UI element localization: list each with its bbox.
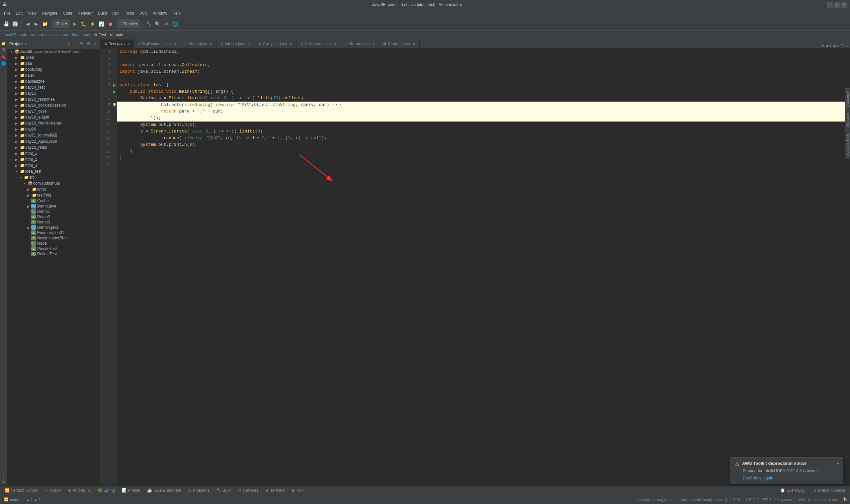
bookmarks-tool-icon[interactable]: 🔖 bbox=[1, 54, 7, 60]
run-button[interactable]: ▶ bbox=[71, 19, 79, 29]
tab-test-java[interactable]: ⚙ Test.java ✕ bbox=[100, 39, 134, 48]
tree-item-daolianzhe[interactable]: ▶ 📁 daolianzhe bbox=[7, 78, 100, 84]
tab-run[interactable]: ▶ Run bbox=[289, 486, 307, 495]
breadcrumb-com[interactable]: com bbox=[61, 33, 68, 37]
tree-item-daier[interactable]: ▶ 📁 daier bbox=[7, 72, 100, 78]
menu-view[interactable]: View bbox=[25, 9, 39, 17]
tree-item-demo4[interactable]: ▶ D Demo4.java bbox=[7, 225, 100, 230]
tree-item-demo-java[interactable]: ▶ D Demo.java bbox=[7, 203, 100, 209]
menu-code[interactable]: Code bbox=[60, 9, 75, 17]
database-tab[interactable]: Database bbox=[845, 88, 850, 110]
tree-item-aaa[interactable]: ▶ 📁 aaa bbox=[7, 60, 100, 67]
tree-item-day17[interactable]: ▶ 📁 day17_case bbox=[7, 108, 100, 114]
tree-item-html3[interactable]: ▶ 📁 html_3 bbox=[7, 162, 100, 168]
tree-root[interactable]: ▾ 📦 JavaSE_code [stream] E:\IdeaProject bbox=[7, 49, 100, 54]
toolbar-build-project[interactable]: 🔨 bbox=[144, 19, 153, 29]
menu-run[interactable]: Run bbox=[110, 9, 122, 17]
menu-window[interactable]: Window bbox=[150, 9, 170, 17]
notif-close-btn[interactable]: ▾ bbox=[837, 461, 839, 466]
tree-item-demo3[interactable]: ▶ C Demo3 bbox=[7, 219, 100, 225]
menu-file[interactable]: File bbox=[1, 9, 13, 17]
tab-student[interactable]: ⚙ Student.java ✕ bbox=[379, 39, 420, 48]
breadcrumb-idea_test[interactable]: idea_test bbox=[31, 33, 48, 37]
breadcrumb-src[interactable]: src bbox=[52, 33, 57, 37]
toolbar-forward[interactable]: ▶ bbox=[32, 19, 40, 29]
jrebel-dropdown[interactable]: JRebel ▾ bbox=[119, 20, 140, 28]
toolbar-translate[interactable]: 🌐 bbox=[171, 19, 179, 29]
tree-item-privatetest[interactable]: ▶ C PrivateTest bbox=[7, 246, 100, 251]
menu-help[interactable]: Help bbox=[170, 9, 183, 17]
tab-problems[interactable]: ⚠ Problems bbox=[185, 486, 213, 495]
expand-btn[interactable]: ☰ bbox=[79, 41, 85, 47]
tree-item-day18[interactable]: ▶ 📁 day18_el&jstl bbox=[7, 114, 100, 120]
code-content[interactable]: package com.liudashuai; import java.util… bbox=[117, 49, 850, 485]
tree-item-demo2[interactable]: ▶ C Demo2 bbox=[7, 214, 100, 219]
breadcrumb-liudashuai[interactable]: liudashuai bbox=[72, 33, 90, 37]
breadcrumb-main[interactable]: m main bbox=[110, 33, 123, 37]
tab-jrebel-console[interactable]: J JRebel Console bbox=[811, 486, 849, 495]
tab-services[interactable]: ⚙ Services bbox=[235, 486, 261, 495]
tree-item-day15r[interactable]: ▶ 📁 day15_response bbox=[7, 96, 100, 102]
tree-item-day15[interactable]: ▶ 📁 day15 bbox=[7, 90, 100, 96]
toolbar-sync[interactable]: 🔄 bbox=[11, 19, 19, 29]
tab-bigdecimal-close[interactable]: ✕ bbox=[173, 42, 176, 46]
run-class-icon[interactable]: ▶ bbox=[113, 83, 116, 87]
run-main-icon[interactable]: ▶ bbox=[113, 90, 116, 94]
tab-terminal[interactable]: 🖥 Terminal bbox=[261, 486, 289, 495]
tree-item-bootstrap[interactable]: ▶ 📁 bootStrap bbox=[7, 67, 100, 72]
status-problems[interactable]: ▲ 1 ▲ 2 bbox=[25, 498, 42, 502]
notif-link[interactable]: Don't show again bbox=[743, 476, 773, 481]
tab-arraylist-close[interactable]: ✕ bbox=[290, 42, 292, 46]
tree-item-html2[interactable]: ▶ 📁 html_2 bbox=[7, 156, 100, 162]
breadcrumb-javasecode[interactable]: JavaSE_code bbox=[3, 33, 27, 37]
run-config-dropdown[interactable]: Test ▾ bbox=[53, 20, 70, 28]
toolbar-back[interactable]: ◀ bbox=[23, 19, 32, 29]
sidebar-settings-btn[interactable]: ⚙ bbox=[85, 41, 91, 47]
tree-item-testthis[interactable]: ▶ 📁 testThis bbox=[7, 192, 100, 198]
tree-item-reflecttest[interactable]: ▶ C ReflectTest bbox=[7, 251, 100, 257]
minimize-button[interactable]: — bbox=[827, 2, 833, 7]
aws-side-icon[interactable]: ☁ bbox=[1, 478, 7, 484]
tab-student-close[interactable]: ✕ bbox=[413, 42, 415, 46]
warning-bulb-icon[interactable]: 💡 bbox=[112, 103, 117, 107]
menu-tools[interactable]: Tools bbox=[122, 9, 137, 17]
tab-todo[interactable]: ✓ TODO bbox=[41, 486, 64, 495]
tree-item-anno[interactable]: ▶ 📁 anno bbox=[7, 186, 100, 192]
maximize-button[interactable]: □ bbox=[834, 2, 840, 7]
close-button[interactable]: ✕ bbox=[842, 2, 847, 7]
structure-tab[interactable]: Structure bbox=[845, 110, 850, 130]
run-with-profiler[interactable]: 📊 bbox=[97, 19, 106, 29]
menu-edit[interactable]: Edit bbox=[13, 9, 25, 17]
structure-tool-icon[interactable]: 🏗 bbox=[1, 47, 7, 53]
project-tool-icon[interactable]: 📁 bbox=[1, 40, 7, 47]
menu-vcs[interactable]: VCS bbox=[137, 9, 150, 17]
tab-test-close[interactable]: ✕ bbox=[127, 42, 130, 46]
tab-version-control[interactable]: 🔀 Version Control bbox=[1, 486, 41, 495]
tab-java-enterprise[interactable]: ☕ Java Enterprise bbox=[144, 486, 184, 495]
tree-item-com-liu[interactable]: ▾ 📦 com.liudashuai bbox=[7, 180, 100, 186]
tree-item-day14[interactable]: ▶ 📁 day14_test bbox=[7, 84, 100, 90]
tab-collectors-close[interactable]: ✕ bbox=[333, 42, 336, 46]
tab-stream-close[interactable]: ✕ bbox=[372, 42, 375, 46]
run-coverage[interactable]: ⚡ bbox=[88, 19, 97, 29]
menu-navigate[interactable]: Navigate bbox=[39, 9, 60, 17]
tree-item-day20[interactable]: ▶ 📁 day20 bbox=[7, 126, 100, 132]
tab-event-log[interactable]: 📋 Event Log bbox=[777, 486, 808, 495]
tab-bigdecimal[interactable]: C BigDecimal.java ✕ bbox=[134, 39, 180, 48]
tab-profiler[interactable]: 📊 Profiler bbox=[118, 486, 144, 495]
tab-arraylist[interactable]: C ArrayList.java ✕ bbox=[255, 39, 297, 48]
tree-item-html1[interactable]: ▶ 📁 html_1 bbox=[7, 150, 100, 156]
tab-collectors[interactable]: C Collectors.java ✕ bbox=[297, 39, 341, 48]
web-tool-icon[interactable]: 🌐 bbox=[1, 60, 7, 67]
close-sidebar-btn[interactable]: ✕ bbox=[92, 41, 98, 47]
tab-string[interactable]: C String.java ✕ bbox=[180, 39, 217, 48]
tree-item-newinstance[interactable]: ▶ C NewInstanceTest bbox=[7, 235, 100, 241]
menu-refactor[interactable]: Refactor bbox=[75, 9, 95, 17]
scope-btn[interactable]: ◎ bbox=[66, 41, 71, 47]
tree-item-node[interactable]: ▶ C Node bbox=[7, 241, 100, 246]
toolbar-save[interactable]: 💾 bbox=[2, 19, 10, 29]
tree-item-day16[interactable]: ▶ 📁 day16_cookie&cession bbox=[7, 102, 100, 108]
tab-auto-build[interactable]: ⚙ Auto-build bbox=[65, 486, 94, 495]
stop-button[interactable]: ⏹ bbox=[106, 19, 114, 29]
bigdata-tab[interactable]: Big Data Tools bbox=[845, 130, 850, 159]
